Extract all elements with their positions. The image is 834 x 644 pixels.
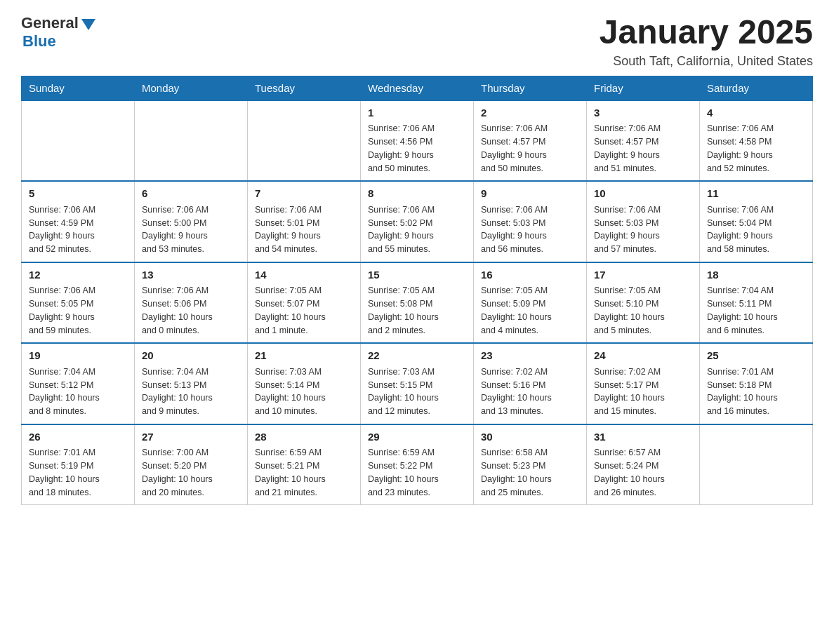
day-number: 24 [594, 348, 692, 364]
day-info: Sunrise: 7:06 AM Sunset: 5:02 PM Dayligh… [368, 203, 466, 256]
calendar-cell: 25Sunrise: 7:01 AM Sunset: 5:18 PM Dayli… [700, 343, 813, 424]
day-number: 31 [594, 429, 692, 445]
calendar-cell: 20Sunrise: 7:04 AM Sunset: 5:13 PM Dayli… [135, 343, 248, 424]
calendar-cell: 23Sunrise: 7:02 AM Sunset: 5:16 PM Dayli… [474, 343, 587, 424]
day-info: Sunrise: 7:04 AM Sunset: 5:12 PM Dayligh… [29, 365, 127, 418]
weekday-header-sunday: Sunday [22, 76, 135, 100]
day-number: 6 [142, 186, 240, 202]
day-info: Sunrise: 6:59 AM Sunset: 5:21 PM Dayligh… [255, 446, 353, 499]
calendar-cell: 2Sunrise: 7:06 AM Sunset: 4:57 PM Daylig… [474, 100, 587, 182]
day-number: 3 [594, 105, 692, 121]
calendar-cell [248, 100, 361, 182]
day-number: 12 [29, 267, 127, 283]
calendar-cell: 7Sunrise: 7:06 AM Sunset: 5:01 PM Daylig… [248, 181, 361, 262]
day-info: Sunrise: 7:05 AM Sunset: 5:08 PM Dayligh… [368, 284, 466, 337]
day-info: Sunrise: 7:06 AM Sunset: 5:05 PM Dayligh… [29, 284, 127, 337]
day-info: Sunrise: 7:02 AM Sunset: 5:17 PM Dayligh… [594, 365, 692, 418]
day-number: 11 [707, 186, 805, 202]
day-number: 27 [142, 429, 240, 445]
calendar-cell: 9Sunrise: 7:06 AM Sunset: 5:03 PM Daylig… [474, 181, 587, 262]
week-row-5: 26Sunrise: 7:01 AM Sunset: 5:19 PM Dayli… [22, 424, 813, 505]
day-number: 10 [594, 186, 692, 202]
calendar-cell: 30Sunrise: 6:58 AM Sunset: 5:23 PM Dayli… [474, 424, 587, 505]
day-number: 17 [594, 267, 692, 283]
calendar-cell: 31Sunrise: 6:57 AM Sunset: 5:24 PM Dayli… [587, 424, 700, 505]
weekday-header-tuesday: Tuesday [248, 76, 361, 100]
calendar-cell [700, 424, 813, 505]
day-info: Sunrise: 7:06 AM Sunset: 4:57 PM Dayligh… [481, 122, 579, 175]
calendar-table: SundayMondayTuesdayWednesdayThursdayFrid… [21, 76, 813, 506]
day-info: Sunrise: 7:06 AM Sunset: 5:01 PM Dayligh… [255, 203, 353, 256]
day-number: 8 [368, 186, 466, 202]
day-info: Sunrise: 7:06 AM Sunset: 5:04 PM Dayligh… [707, 203, 805, 256]
calendar-cell: 5Sunrise: 7:06 AM Sunset: 4:59 PM Daylig… [22, 181, 135, 262]
page-header: General Blue January 2025 South Taft, Ca… [21, 14, 813, 69]
day-info: Sunrise: 7:06 AM Sunset: 4:58 PM Dayligh… [707, 122, 805, 175]
day-info: Sunrise: 6:58 AM Sunset: 5:23 PM Dayligh… [481, 446, 579, 499]
calendar-cell: 28Sunrise: 6:59 AM Sunset: 5:21 PM Dayli… [248, 424, 361, 505]
logo-wordmark: General Blue [21, 14, 95, 51]
day-number: 2 [481, 105, 579, 121]
day-number: 28 [255, 429, 353, 445]
day-info: Sunrise: 7:01 AM Sunset: 5:19 PM Dayligh… [29, 446, 127, 499]
day-number: 20 [142, 348, 240, 364]
weekday-header-monday: Monday [135, 76, 248, 100]
calendar-cell: 27Sunrise: 7:00 AM Sunset: 5:20 PM Dayli… [135, 424, 248, 505]
weekday-header-row: SundayMondayTuesdayWednesdayThursdayFrid… [22, 76, 813, 100]
day-number: 30 [481, 429, 579, 445]
calendar-cell: 29Sunrise: 6:59 AM Sunset: 5:22 PM Dayli… [361, 424, 474, 505]
calendar-cell: 19Sunrise: 7:04 AM Sunset: 5:12 PM Dayli… [22, 343, 135, 424]
calendar-cell: 8Sunrise: 7:06 AM Sunset: 5:02 PM Daylig… [361, 181, 474, 262]
weekday-header-wednesday: Wednesday [361, 76, 474, 100]
day-info: Sunrise: 7:06 AM Sunset: 5:06 PM Dayligh… [142, 284, 240, 337]
day-number: 9 [481, 186, 579, 202]
day-number: 14 [255, 267, 353, 283]
calendar-cell: 13Sunrise: 7:06 AM Sunset: 5:06 PM Dayli… [135, 262, 248, 344]
day-info: Sunrise: 7:05 AM Sunset: 5:10 PM Dayligh… [594, 284, 692, 337]
calendar-cell [135, 100, 248, 182]
day-number: 29 [368, 429, 466, 445]
calendar-cell: 11Sunrise: 7:06 AM Sunset: 5:04 PM Dayli… [700, 181, 813, 262]
calendar-cell: 10Sunrise: 7:06 AM Sunset: 5:03 PM Dayli… [587, 181, 700, 262]
day-info: Sunrise: 7:02 AM Sunset: 5:16 PM Dayligh… [481, 365, 579, 418]
day-number: 4 [707, 105, 805, 121]
day-number: 19 [29, 348, 127, 364]
day-number: 23 [481, 348, 579, 364]
week-row-3: 12Sunrise: 7:06 AM Sunset: 5:05 PM Dayli… [22, 262, 813, 344]
calendar-cell: 4Sunrise: 7:06 AM Sunset: 4:58 PM Daylig… [700, 100, 813, 182]
day-info: Sunrise: 7:06 AM Sunset: 4:59 PM Dayligh… [29, 203, 127, 256]
calendar-cell: 12Sunrise: 7:06 AM Sunset: 5:05 PM Dayli… [22, 262, 135, 344]
logo-blue-text: Blue [22, 32, 56, 50]
day-number: 1 [368, 105, 466, 121]
day-number: 22 [368, 348, 466, 364]
day-number: 16 [481, 267, 579, 283]
calendar-cell: 16Sunrise: 7:05 AM Sunset: 5:09 PM Dayli… [474, 262, 587, 344]
day-number: 26 [29, 429, 127, 445]
weekday-header-friday: Friday [587, 76, 700, 100]
day-info: Sunrise: 7:01 AM Sunset: 5:18 PM Dayligh… [707, 365, 805, 418]
calendar-cell: 3Sunrise: 7:06 AM Sunset: 4:57 PM Daylig… [587, 100, 700, 182]
weekday-header-thursday: Thursday [474, 76, 587, 100]
calendar-cell: 26Sunrise: 7:01 AM Sunset: 5:19 PM Dayli… [22, 424, 135, 505]
weekday-header-saturday: Saturday [700, 76, 813, 100]
calendar-cell: 18Sunrise: 7:04 AM Sunset: 5:11 PM Dayli… [700, 262, 813, 344]
day-number: 18 [707, 267, 805, 283]
day-info: Sunrise: 7:05 AM Sunset: 5:09 PM Dayligh… [481, 284, 579, 337]
day-info: Sunrise: 7:00 AM Sunset: 5:20 PM Dayligh… [142, 446, 240, 499]
day-info: Sunrise: 6:59 AM Sunset: 5:22 PM Dayligh… [368, 446, 466, 499]
calendar-cell [22, 100, 135, 182]
week-row-2: 5Sunrise: 7:06 AM Sunset: 4:59 PM Daylig… [22, 181, 813, 262]
day-number: 15 [368, 267, 466, 283]
day-info: Sunrise: 6:57 AM Sunset: 5:24 PM Dayligh… [594, 446, 692, 499]
day-number: 25 [707, 348, 805, 364]
week-row-1: 1Sunrise: 7:06 AM Sunset: 4:56 PM Daylig… [22, 100, 813, 182]
calendar-cell: 17Sunrise: 7:05 AM Sunset: 5:10 PM Dayli… [587, 262, 700, 344]
calendar-cell: 1Sunrise: 7:06 AM Sunset: 4:56 PM Daylig… [361, 100, 474, 182]
day-number: 21 [255, 348, 353, 364]
day-info: Sunrise: 7:04 AM Sunset: 5:13 PM Dayligh… [142, 365, 240, 418]
day-info: Sunrise: 7:06 AM Sunset: 4:56 PM Dayligh… [368, 122, 466, 175]
calendar-cell: 24Sunrise: 7:02 AM Sunset: 5:17 PM Dayli… [587, 343, 700, 424]
day-info: Sunrise: 7:03 AM Sunset: 5:15 PM Dayligh… [368, 365, 466, 418]
day-info: Sunrise: 7:06 AM Sunset: 5:03 PM Dayligh… [594, 203, 692, 256]
day-number: 5 [29, 186, 127, 202]
